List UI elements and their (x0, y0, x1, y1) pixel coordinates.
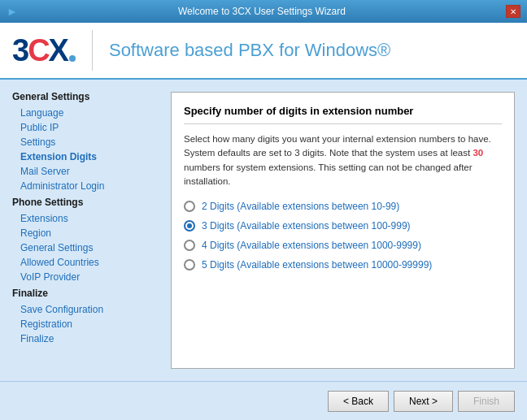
sidebar-item-generalsettings[interactable]: General Settings (0, 240, 159, 255)
sidebar: General Settings Language Public IP Sett… (0, 80, 159, 381)
radio-label-5digits: 5 Digits (Available extensions between 1… (202, 259, 432, 271)
main-layout: General Settings Language Public IP Sett… (0, 80, 527, 381)
sidebar-item-language[interactable]: Language (0, 106, 159, 120)
logo: 3CX (12, 30, 93, 71)
sidebar-item-publicip[interactable]: Public IP (0, 120, 159, 135)
sidebar-item-registration[interactable]: Registration (0, 317, 159, 331)
finish-button[interactable]: Finish (458, 391, 515, 412)
radio-label-2digits: 2 Digits (Available extensions between 1… (202, 201, 399, 212)
content-area: Specify number of digits in extension nu… (159, 80, 527, 381)
title-bar-text: Welcome to 3CX User Settings Wizard (18, 6, 506, 17)
radio-circle-5digits[interactable] (184, 259, 195, 271)
content-box: Specify number of digits in extension nu… (171, 92, 515, 369)
title-bar: ► Welcome to 3CX User Settings Wizard ✕ (0, 0, 527, 23)
sidebar-item-adminlogin[interactable]: Administrator Login (0, 179, 159, 193)
sidebar-item-mailserver[interactable]: Mail Server (0, 164, 159, 179)
radio-label-4digits: 4 Digits (Available extensions between 1… (202, 240, 421, 251)
sidebar-item-saveconfiguration[interactable]: Save Configuration (0, 302, 159, 317)
sidebar-section-finalize: Finalize (0, 284, 159, 302)
sidebar-item-extensiondigits[interactable]: Extension Digits (0, 149, 159, 164)
sidebar-section-phone: Phone Settings (0, 193, 159, 211)
header-subtitle: Software based PBX for Windows® (109, 40, 390, 61)
radio-circle-2digits[interactable] (184, 201, 195, 212)
title-bar-controls: ✕ (506, 5, 520, 18)
radio-circle-3digits[interactable] (184, 220, 195, 232)
radio-option-2digits[interactable]: 2 Digits (Available extensions between 1… (184, 201, 502, 212)
sidebar-item-voipprovider[interactable]: VoIP Provider (0, 270, 159, 284)
header: 3CX Software based PBX for Windows® (0, 23, 527, 80)
close-button[interactable]: ✕ (506, 5, 520, 18)
next-button[interactable]: Next > (394, 391, 453, 412)
sidebar-item-region[interactable]: Region (0, 226, 159, 240)
footer: < Back Next > Finish (0, 381, 527, 420)
logo-dot (69, 55, 76, 62)
sidebar-item-settings[interactable]: Settings (0, 135, 159, 149)
radio-circle-4digits[interactable] (184, 240, 195, 251)
sidebar-item-finalize[interactable]: Finalize (0, 331, 159, 346)
back-button[interactable]: < Back (328, 391, 389, 412)
radio-label-3digits: 3 Digits (Available extensions between 1… (202, 220, 411, 232)
sidebar-item-allowedcountries[interactable]: Allowed Countries (0, 255, 159, 270)
content-title: Specify number of digits in extension nu… (184, 105, 502, 124)
radio-option-4digits[interactable]: 4 Digits (Available extensions between 1… (184, 240, 502, 251)
sidebar-section-general: General Settings (0, 88, 159, 106)
logo-text: 3CX (12, 33, 68, 68)
radio-option-5digits[interactable]: 5 Digits (Available extensions between 1… (184, 259, 502, 271)
title-arrow-icon: ► (7, 5, 18, 18)
radio-option-3digits[interactable]: 3 Digits (Available extensions between 1… (184, 220, 502, 232)
sidebar-item-extensions[interactable]: Extensions (0, 211, 159, 226)
content-description: Select how many digits you want your int… (184, 132, 502, 188)
